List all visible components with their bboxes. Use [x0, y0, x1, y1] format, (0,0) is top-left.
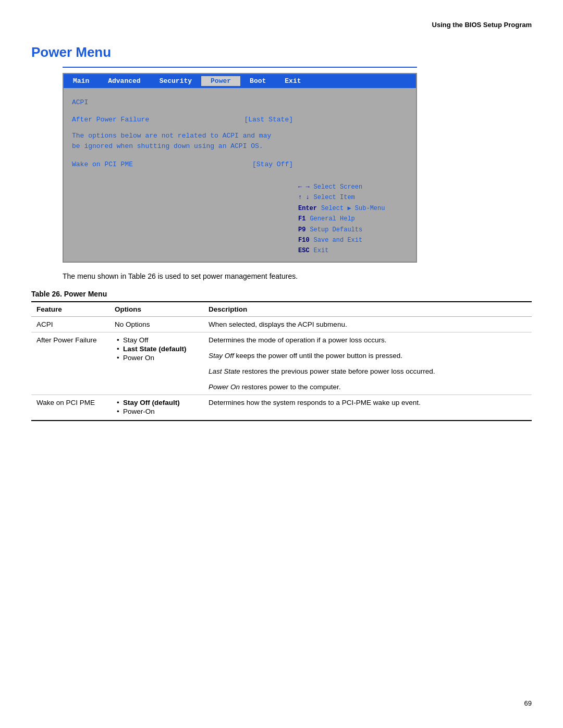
option-power-on2: Power-On: [115, 408, 198, 415]
cell-feature-power-failure: After Power Failure: [31, 332, 109, 394]
desc-select-screen: Select Screen: [314, 182, 363, 192]
bios-help: ← → Select Screen ↑ ↓ Select Item Enter …: [298, 182, 408, 256]
bios-label-wake-pci: Wake on PCI PME: [72, 161, 133, 168]
bios-help-p9: P9 Setup Defaults: [298, 225, 408, 235]
desc-p2: Stay Off keeps the power off until the p…: [209, 352, 527, 360]
option-power-on: Power On: [115, 354, 198, 362]
desc-p1: Determines the mode of operation if a po…: [209, 336, 527, 344]
bios-note: The options below are not related to ACP…: [72, 131, 293, 151]
cell-desc-wake-pci: Determines how the system responds to a …: [203, 394, 532, 421]
bios-help-arrows: ← → Select Screen: [298, 182, 408, 192]
bios-menubar: Main Advanced Security Power Boot Exit: [64, 74, 416, 88]
bios-help-f10: F10 Save and Exit: [298, 235, 408, 245]
cell-feature-wake-pci: Wake on PCI PME: [31, 394, 109, 421]
col-header-options: Options: [109, 302, 203, 317]
key-f10: F10: [298, 235, 310, 245]
table-caption: Table 26. Power Menu: [31, 290, 532, 298]
power-menu-table: Feature Options Description ACPI No Opti…: [31, 301, 532, 421]
key-ud-arrows: ↑ ↓: [298, 192, 310, 203]
bios-menu-power[interactable]: Power: [201, 76, 240, 86]
header-label: Using the BIOS Setup Program: [432, 21, 532, 29]
cell-options-wake-pci: Stay Off (default) Power-On: [109, 394, 203, 421]
bios-entry-wake-pci: Wake on PCI PME [Stay Off]: [72, 161, 293, 168]
bios-label-power-failure: After Power Failure: [72, 116, 149, 124]
col-header-description: Description: [203, 302, 532, 317]
desc-save-exit: Save and Exit: [314, 235, 363, 245]
bios-help-f1: F1 General Help: [298, 214, 408, 224]
col-header-feature: Feature: [31, 302, 109, 317]
bios-menu-advanced[interactable]: Advanced: [99, 76, 150, 86]
key-lr-arrows: ← →: [298, 182, 310, 192]
option-last-state: Last State (default): [115, 345, 198, 353]
bios-menu-main[interactable]: Main: [64, 76, 99, 86]
cell-feature-acpi: ACPI: [31, 316, 109, 332]
page-number: 69: [524, 699, 532, 707]
cell-options-acpi: No Options: [109, 316, 203, 332]
desc-select-item: Select Item: [314, 192, 355, 203]
bios-right-panel: ← → Select Screen ↑ ↓ Select Item Enter …: [293, 93, 408, 256]
cell-desc-power-failure: Determines the mode of operation if a po…: [203, 332, 532, 394]
desc-select-submenu: Select ▶ Sub-Menu: [321, 203, 385, 214]
bios-value-wake-pci: [Stay Off]: [252, 161, 293, 168]
desc-p3: Last State restores the previous power s…: [209, 367, 527, 375]
section-title: Power Menu: [31, 44, 532, 60]
option-stay-off-default: Stay Off (default): [115, 399, 198, 406]
bios-entry-power-failure: After Power Failure [Last State]: [72, 116, 293, 124]
key-enter: Enter: [298, 203, 317, 214]
key-p9: P9: [298, 225, 305, 235]
table-row: Wake on PCI PME Stay Off (default) Power…: [31, 394, 532, 421]
bios-help-esc: ESC Exit: [298, 245, 408, 256]
bios-help-enter: Enter Select ▶ Sub-Menu: [298, 203, 408, 214]
page-header: Using the BIOS Setup Program: [31, 21, 532, 29]
key-f1: F1: [298, 214, 305, 224]
desc-p4: Power On restores power to the computer.: [209, 383, 527, 391]
bios-screen: Main Advanced Security Power Boot Exit A…: [63, 73, 417, 263]
table-header-row: Feature Options Description: [31, 302, 532, 317]
key-esc: ESC: [298, 245, 310, 256]
bios-menu-security[interactable]: Security: [150, 76, 201, 86]
cell-options-power-failure: Stay Off Last State (default) Power On: [109, 332, 203, 394]
cell-desc-acpi: When selected, displays the ACPI submenu…: [203, 316, 532, 332]
title-separator: [63, 67, 417, 68]
bios-body: ACPI After Power Failure [Last State] Th…: [64, 88, 416, 262]
bios-entry-acpi: ACPI: [72, 98, 293, 106]
table-row: ACPI No Options When selected, displays …: [31, 316, 532, 332]
option-stay-off: Stay Off: [115, 336, 198, 344]
desc-setup-defaults: Setup Defaults: [310, 225, 362, 235]
bios-value-power-failure: [Last State]: [244, 116, 293, 124]
table-row: After Power Failure Stay Off Last State …: [31, 332, 532, 394]
bios-help-ud: ↑ ↓ Select Item: [298, 192, 408, 203]
desc-general-help: General Help: [310, 214, 354, 224]
desc-exit: Exit: [314, 245, 329, 256]
caption-text: The menu shown in Table 26 is used to se…: [63, 272, 532, 280]
bios-menu-exit[interactable]: Exit: [275, 76, 310, 86]
bios-menu-boot[interactable]: Boot: [240, 76, 275, 86]
bios-left-panel: ACPI After Power Failure [Last State] Th…: [72, 93, 293, 256]
